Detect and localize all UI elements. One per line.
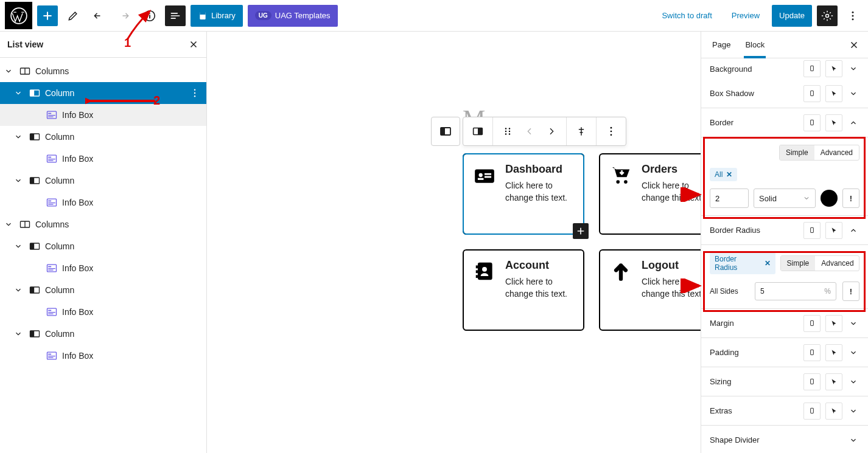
panel-background[interactable]: Background <box>701 58 868 79</box>
panel-shape-divider[interactable]: Shape Divider <box>701 426 868 453</box>
chevron-down-icon[interactable] <box>2 67 15 75</box>
tree-row-infobox[interactable]: Info Box <box>0 104 206 126</box>
switch-to-draft-button[interactable]: Switch to draft <box>654 5 719 27</box>
border-mode-advanced[interactable]: Advanced <box>814 145 859 160</box>
chevron-down-icon[interactable] <box>847 348 859 357</box>
tree-row-column[interactable]: Column <box>0 170 206 192</box>
device-desktop-icon[interactable] <box>803 222 821 239</box>
library-button[interactable]: Library <box>191 5 243 27</box>
edit-mode-button[interactable] <box>63 5 83 26</box>
tree-row-column[interactable]: Column <box>0 235 206 257</box>
chevron-down-icon[interactable] <box>847 89 859 98</box>
alignment-button[interactable] <box>570 120 592 142</box>
panel-margin[interactable]: Margin <box>701 309 868 338</box>
state-hover-icon[interactable] <box>825 85 842 102</box>
info-box-card[interactable]: OrdersClick here to change this text. <box>599 153 701 235</box>
tree-row-column[interactable]: Column <box>0 323 206 345</box>
chevron-down-icon[interactable] <box>847 436 859 444</box>
device-desktop-icon[interactable] <box>803 315 821 332</box>
info-box-card[interactable]: AccountClick here to change this text. <box>463 249 584 331</box>
chevron-down-icon[interactable] <box>847 378 859 386</box>
tree-row-infobox[interactable]: Info Box <box>0 301 206 323</box>
card-text[interactable]: Click here to change this text. <box>505 275 575 300</box>
device-desktop-icon[interactable] <box>803 403 821 420</box>
radius-reset-button[interactable]: ! <box>842 282 859 301</box>
panel-boxshadow[interactable]: Box Shadow <box>701 79 868 108</box>
state-hover-icon[interactable] <box>825 373 842 390</box>
tree-row-column[interactable]: Column <box>0 82 206 104</box>
sidebar-close-button[interactable] <box>844 40 864 50</box>
device-desktop-icon[interactable] <box>803 85 821 102</box>
border-width-input[interactable] <box>710 188 749 208</box>
border-mode-toggle[interactable]: Simple Advanced <box>779 145 859 161</box>
state-hover-icon[interactable] <box>825 60 842 77</box>
border-color-swatch[interactable] <box>821 190 838 207</box>
redo-button[interactable] <box>114 5 135 26</box>
close-icon[interactable]: ✕ <box>765 259 771 268</box>
panel-border-radius[interactable]: Border Radius <box>701 216 868 245</box>
panel-border[interactable]: Border <box>701 108 868 137</box>
tree-row-infobox[interactable]: Info Box <box>0 257 206 279</box>
tree-row-column[interactable]: Column <box>0 126 206 148</box>
tab-page[interactable]: Page <box>705 32 738 58</box>
chevron-down-icon[interactable] <box>12 89 24 97</box>
update-button[interactable]: Update <box>772 5 812 27</box>
radius-mode-advanced[interactable]: Advanced <box>815 256 859 271</box>
uag-templates-button[interactable]: UG UAG Templates <box>248 5 338 27</box>
panel-sizing[interactable]: Sizing <box>701 367 868 396</box>
device-desktop-icon[interactable] <box>803 60 821 77</box>
radius-mode-toggle[interactable]: Simple Advanced <box>780 255 859 271</box>
chevron-down-icon[interactable] <box>12 242 24 251</box>
close-icon[interactable]: ✕ <box>726 170 732 179</box>
tree-row-columns[interactable]: Columns <box>0 213 206 235</box>
panel-extras[interactable]: Extras <box>701 396 868 426</box>
block-type-button[interactable] <box>467 120 489 142</box>
card-text[interactable]: Click here to change this text. <box>642 275 701 300</box>
document-info-button[interactable] <box>139 5 160 26</box>
drag-handle[interactable] <box>497 120 519 142</box>
chevron-up-icon[interactable] <box>847 119 859 127</box>
chevron-down-icon[interactable] <box>847 319 859 328</box>
border-radius-chip[interactable]: Border Radius ✕ <box>710 252 775 274</box>
move-right-button[interactable] <box>541 120 562 142</box>
tree-row-infobox[interactable]: Info Box <box>0 148 206 170</box>
chevron-down-icon[interactable] <box>847 64 859 73</box>
panel-padding[interactable]: Padding <box>701 338 868 367</box>
state-hover-icon[interactable] <box>825 344 842 361</box>
tree-row-infobox[interactable]: Info Box <box>0 345 206 367</box>
state-hover-icon[interactable] <box>825 403 842 420</box>
undo-button[interactable] <box>88 5 109 26</box>
chevron-down-icon[interactable] <box>12 133 24 141</box>
chevron-down-icon[interactable] <box>12 330 24 338</box>
tab-block[interactable]: Block <box>738 32 772 58</box>
row-more-button[interactable] <box>189 88 200 99</box>
settings-button[interactable] <box>817 5 838 26</box>
radius-value-input[interactable]: 5 % <box>755 282 836 300</box>
info-box-card[interactable]: DashboardClick here to change this text. <box>463 153 584 235</box>
chevron-down-icon[interactable] <box>12 176 24 185</box>
chevron-down-icon[interactable] <box>2 220 15 229</box>
device-desktop-icon[interactable] <box>803 373 821 390</box>
chevron-down-icon[interactable] <box>12 286 24 294</box>
state-hover-icon[interactable] <box>825 222 842 239</box>
state-hover-icon[interactable] <box>825 114 842 131</box>
list-view-close-button[interactable] <box>188 39 199 50</box>
border-reset-button[interactable]: ! <box>842 188 859 208</box>
device-desktop-icon[interactable] <box>803 114 821 131</box>
chevron-down-icon[interactable] <box>847 407 859 415</box>
tree-row-columns[interactable]: Columns <box>0 60 206 82</box>
border-all-chip[interactable]: All ✕ <box>710 168 737 181</box>
border-mode-simple[interactable]: Simple <box>780 145 814 160</box>
add-block-button[interactable] <box>37 5 58 26</box>
tree-row-infobox[interactable]: Info Box <box>0 192 206 213</box>
move-left-button[interactable] <box>519 120 541 142</box>
card-text[interactable]: Click here to change this text. <box>505 179 575 204</box>
device-desktop-icon[interactable] <box>803 344 821 361</box>
chevron-up-icon[interactable] <box>847 226 859 235</box>
add-inner-block-button[interactable] <box>573 223 589 239</box>
preview-button[interactable]: Preview <box>724 5 767 27</box>
border-style-select[interactable]: Solid <box>754 188 816 208</box>
card-text[interactable]: Click here to change this text. <box>642 179 701 204</box>
tree-row-column[interactable]: Column <box>0 279 206 301</box>
state-hover-icon[interactable] <box>825 315 842 332</box>
